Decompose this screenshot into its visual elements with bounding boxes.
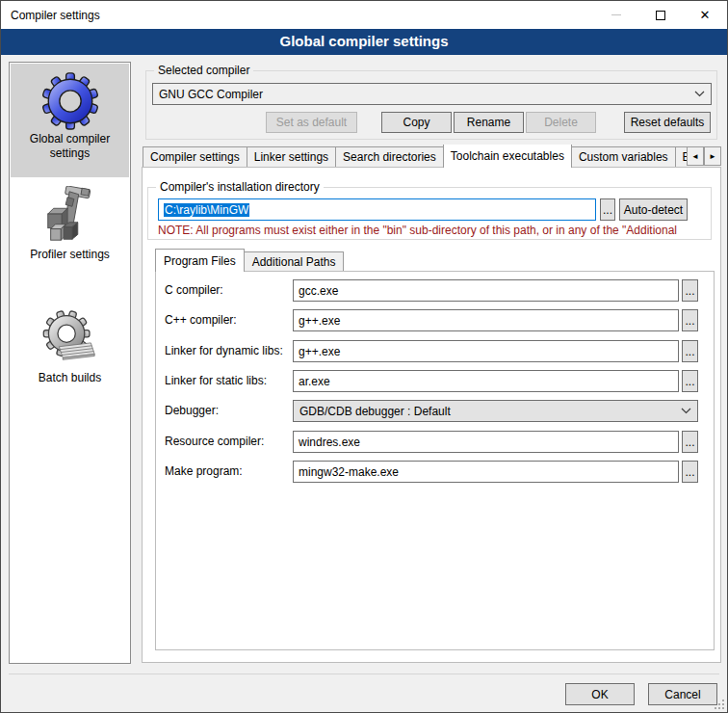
maximize-icon <box>656 11 665 20</box>
chevron-down-icon <box>694 91 705 97</box>
ellipsis-icon: ... <box>685 375 694 388</box>
browse-dynamic-linker-button[interactable]: ... <box>682 340 698 362</box>
sidebar-item-label: Batch builds <box>39 371 101 385</box>
subtab-program-files[interactable]: Program Files <box>155 249 245 272</box>
chevron-down-icon <box>681 408 691 414</box>
sidebar-item-batch-builds[interactable]: Batch builds <box>11 304 129 408</box>
dialog-header: Global compiler settings <box>1 29 727 55</box>
close-icon: ✕ <box>700 9 711 21</box>
cancel-button[interactable]: Cancel <box>648 683 717 705</box>
ok-button[interactable]: OK <box>565 683 635 705</box>
reset-defaults-button[interactable]: Reset defaults <box>624 112 711 133</box>
title-bar: Compiler settings ✕ <box>1 1 727 29</box>
browse-static-linker-button[interactable]: ... <box>682 370 698 392</box>
debugger-select-value: GDB/CDB debugger : Default <box>299 405 451 418</box>
static-linker-label: Linker for static libs: <box>165 374 267 387</box>
ellipsis-icon: ... <box>685 345 694 358</box>
sidebar-item-profiler-settings[interactable]: Profiler settings <box>11 182 129 288</box>
footer-separator <box>9 673 719 674</box>
installation-directory-value: C:\raylib\MinGW <box>164 203 249 217</box>
sidebar-item-label: Global compiler settings <box>11 132 129 161</box>
cpp-compiler-label: C++ compiler: <box>165 313 237 327</box>
arrow-right-icon: ► <box>709 152 716 161</box>
c-compiler-label: C compiler: <box>165 283 223 297</box>
browse-resource-compiler-button[interactable]: ... <box>682 431 698 453</box>
browse-make-program-button[interactable]: ... <box>682 461 698 483</box>
minimize-button[interactable] <box>594 1 638 29</box>
installation-directory-input[interactable]: C:\raylib\MinGW <box>158 198 596 221</box>
set-as-default-button[interactable]: Set as default <box>266 112 357 133</box>
ellipsis-icon: ... <box>685 436 694 449</box>
close-button[interactable]: ✕ <box>683 1 727 29</box>
sidebar-item-label: Profiler settings <box>30 248 110 262</box>
tab-custom-variables[interactable]: Custom variables <box>571 146 676 167</box>
tab-search-directories[interactable]: Search directories <box>335 146 444 167</box>
minimize-icon <box>611 14 621 15</box>
copy-button[interactable]: Copy <box>381 112 452 133</box>
dynamic-linker-label: Linker for dynamic libs: <box>165 344 283 357</box>
tab-build-options[interactable]: Build options <box>675 146 687 167</box>
maximize-button[interactable] <box>638 1 683 29</box>
arrow-left-icon: ◄ <box>691 152 699 161</box>
batch-builds-icon <box>40 309 100 369</box>
rename-button[interactable]: Rename <box>454 112 524 133</box>
tab-compiler-settings[interactable]: Compiler settings <box>143 146 247 167</box>
c-compiler-input[interactable]: gcc.exe <box>293 279 679 302</box>
dynamic-linker-input[interactable]: g++.exe <box>293 340 679 362</box>
program-files-tab-bar: Program Files Additional Paths <box>155 249 343 273</box>
static-linker-input[interactable]: ar.exe <box>293 370 679 392</box>
resize-grip[interactable] <box>714 699 724 709</box>
make-program-input[interactable]: mingw32-make.exe <box>293 461 679 483</box>
bin-subdirectory-note: NOTE: All programs must exist either in … <box>158 224 712 237</box>
compiler-select-value: GNU GCC Compiler <box>159 88 263 101</box>
window-title: Compiler settings <box>11 9 100 22</box>
cpp-compiler-input[interactable]: g++.exe <box>293 309 679 331</box>
selected-compiler-group-label: Selected compiler <box>154 64 253 77</box>
compiler-settings-dialog: Compiler settings ✕ Global compiler sett… <box>0 0 728 713</box>
tab-scroll-right-button[interactable]: ► <box>704 146 721 166</box>
make-program-label: Make program: <box>165 464 243 478</box>
subtab-additional-paths[interactable]: Additional Paths <box>244 251 345 271</box>
auto-detect-button[interactable]: Auto-detect <box>619 198 688 221</box>
tab-toolchain-executables[interactable]: Toolchain executables <box>443 145 572 168</box>
caliper-icon <box>40 186 100 246</box>
installation-directory-group-label: Compiler's installation directory <box>156 180 324 194</box>
resource-compiler-input[interactable]: windres.exe <box>293 431 679 453</box>
compiler-gear-icon <box>40 70 100 130</box>
tab-scroll-left-button[interactable]: ◄ <box>687 146 704 166</box>
browse-c-compiler-button[interactable]: ... <box>682 279 698 302</box>
compiler-select[interactable]: GNU GCC Compiler <box>152 83 712 105</box>
ellipsis-icon: ... <box>685 284 694 298</box>
browse-cpp-compiler-button[interactable]: ... <box>682 309 698 331</box>
ellipsis-icon: ... <box>685 314 694 328</box>
delete-button[interactable]: Delete <box>526 112 596 133</box>
window-controls: ✕ <box>594 1 727 29</box>
debugger-label: Debugger: <box>165 404 219 417</box>
resource-compiler-label: Resource compiler: <box>165 435 264 448</box>
page-title: Global compiler settings <box>279 33 448 49</box>
browse-installation-directory-button[interactable]: ... <box>600 198 615 221</box>
debugger-select[interactable]: GDB/CDB debugger : Default <box>293 400 698 422</box>
ellipsis-icon: ... <box>685 465 694 479</box>
sidebar-item-global-compiler-settings[interactable]: Global compiler settings <box>11 64 129 177</box>
tab-linker-settings[interactable]: Linker settings <box>247 146 336 167</box>
ellipsis-icon: ... <box>603 203 612 217</box>
settings-tab-bar: Compiler settings Linker settings Search… <box>143 145 687 169</box>
settings-category-list: Global compiler settings <box>9 62 131 664</box>
